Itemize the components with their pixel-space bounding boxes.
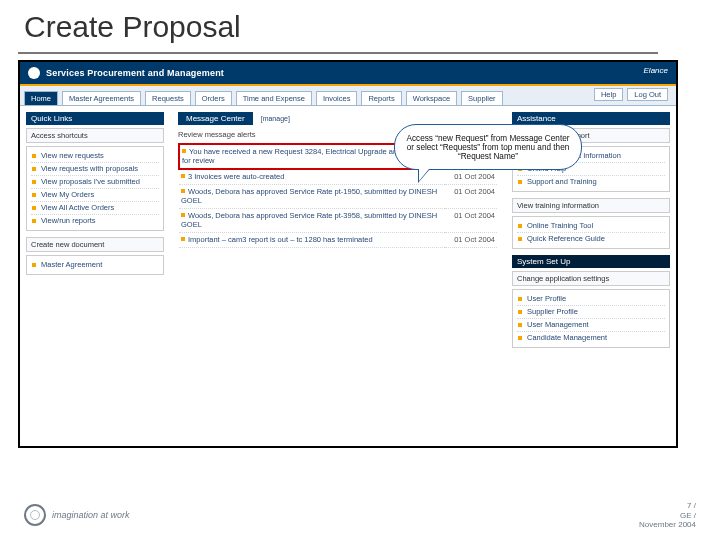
bullet-icon [181,189,185,193]
ql-view-requests-with-proposals[interactable]: View requests with proposals [31,163,159,176]
quick-links-header: Quick Links [26,112,164,125]
screenshot-frame: Services Procurement and Management Elan… [18,60,678,448]
bullet-icon [181,237,185,241]
message-row[interactable]: Woods, Debora has approved Service Rate … [179,185,497,209]
tab-time-expense[interactable]: Time and Expense [236,91,312,105]
footer-page: 7 / [639,501,696,511]
training-label: View training information [512,198,670,213]
ql-master-agreement[interactable]: Master Agreement [31,259,159,271]
elance-brand: Elance [644,66,668,75]
tab-orders[interactable]: Orders [195,91,232,105]
top-tabs: Home Master Agreements Requests Orders T… [20,86,676,106]
setup-user-management[interactable]: User Management [517,319,665,332]
tab-requests[interactable]: Requests [145,91,191,105]
footer-date: November 2004 [639,520,696,530]
callout-bubble: Access “new Request” from Message Center… [394,124,582,170]
tab-reports[interactable]: Reports [361,91,401,105]
page-title: Create Proposal [24,10,241,44]
tab-invoices[interactable]: Invoices [316,91,358,105]
app-header: Services Procurement and Management Elan… [20,62,676,84]
system-setup-header: System Set Up [512,255,670,268]
quick-links-shortcuts-label: Access shortcuts [26,128,164,143]
message-row[interactable]: Woods, Debora has approved Service Rate … [179,209,497,233]
message-text: Woods, Debora has approved Service Rate … [181,187,437,205]
setup-user-profile[interactable]: User Profile [517,293,665,306]
tab-home[interactable]: Home [24,91,58,105]
quick-links-shortcuts: View new requests View requests with pro… [26,146,164,231]
message-center-header: Message Center [178,112,253,125]
training-quick-reference[interactable]: Quick Reference Guide [517,233,665,245]
help-button[interactable]: Help [594,88,623,101]
message-text: Woods, Debora has approved Service Rate … [181,211,437,229]
footer-meta: 7 / GE / November 2004 [639,501,696,530]
quick-links-create: Master Agreement [26,255,164,275]
ql-view-run-reports[interactable]: View/run reports [31,215,159,227]
logout-button[interactable]: Log Out [627,88,668,101]
ge-logo-icon [28,67,40,79]
tab-master-agreements[interactable]: Master Agreements [62,91,141,105]
setup-supplier-profile[interactable]: Supplier Profile [517,306,665,319]
bullet-icon [181,213,185,217]
tab-supplier[interactable]: Supplier [461,91,503,105]
message-text: 3 Invoices were auto-created [188,172,284,181]
message-row[interactable]: Important – cam3 report is out – tc 1280… [179,233,497,248]
training-list: Online Training Tool Quick Reference Gui… [512,216,670,249]
setup-candidate-management[interactable]: Candidate Management [517,332,665,344]
ql-view-all-active-orders[interactable]: View All Active Orders [31,202,159,215]
app-title: Services Procurement and Management [46,68,224,78]
system-setup-label: Change application settings [512,271,670,286]
message-text: Important – cam3 report is out – tc 1280… [188,235,373,244]
ql-view-proposals-submitted[interactable]: View proposals I've submitted [31,176,159,189]
ql-view-new-requests[interactable]: View new requests [31,150,159,163]
quick-links-create-label: Create new document [26,237,164,252]
system-setup-list: User Profile Supplier Profile User Manag… [512,289,670,348]
message-row[interactable]: 3 Invoices were auto-created 01 Oct 2004 [179,169,497,185]
training-online-tool[interactable]: Online Training Tool [517,220,665,233]
message-date: 01 Oct 2004 [445,209,497,233]
footer-org: GE / [639,511,696,521]
bullet-icon [182,149,186,153]
message-date: 01 Oct 2004 [445,169,497,185]
tab-workspace[interactable]: Workspace [406,91,457,105]
footer-logo: imagination at work [24,504,130,526]
footer-tagline: imagination at work [52,510,130,520]
assist-support-training[interactable]: Support and Training [517,176,665,188]
message-center-manage-link[interactable]: [manage] [261,115,290,122]
ql-view-my-orders[interactable]: View My Orders [31,189,159,202]
message-date: 01 Oct 2004 [445,185,497,209]
bullet-icon [181,174,185,178]
ge-ring-icon [24,504,46,526]
message-date: 01 Oct 2004 [445,233,497,248]
title-underline [18,52,658,54]
